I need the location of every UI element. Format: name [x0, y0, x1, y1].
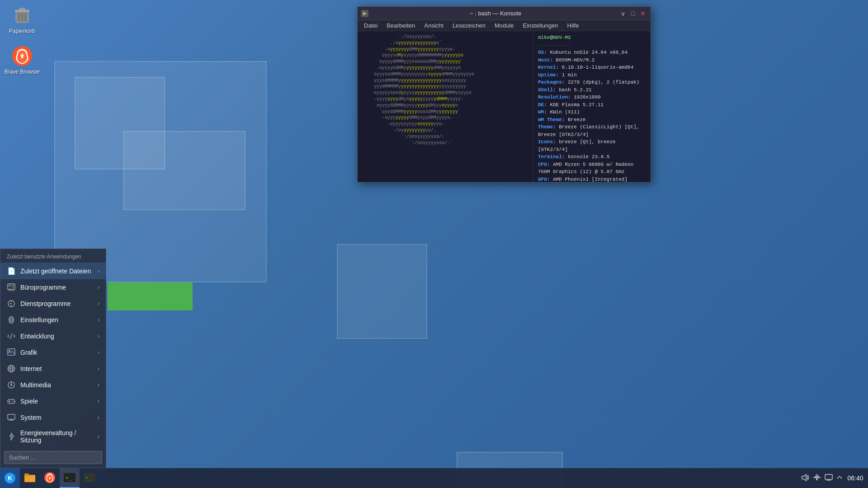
svg-rect-47	[815, 476, 819, 477]
svg-rect-52	[826, 480, 831, 481]
tray-expand-icon[interactable]	[836, 474, 843, 482]
brave-icon	[11, 45, 33, 67]
app-menu-header: Zuletzt benutzte Anwendungen	[0, 249, 106, 263]
bueroprogramme-arrow: ›	[98, 284, 99, 291]
menu-item-einstellungen[interactable]: Einstellungen ›	[0, 312, 106, 328]
terminal-sysinfo: mike@HDV-M2 ----------- OS: Kubuntu nobl…	[533, 31, 651, 182]
menu-item-dienstprogramme[interactable]: Dienstprogramme ›	[0, 296, 106, 312]
internet-label: Internet	[20, 365, 42, 372]
papierkorb-label: Papierkorb	[9, 28, 35, 34]
menu-item-bueroprogramme[interactable]: Büroprogramme ›	[0, 279, 106, 296]
taskbar: K	[0, 468, 868, 488]
system-arrow: ›	[98, 414, 99, 421]
volume-icon[interactable]	[801, 474, 809, 483]
terminal-menu-lesezeichen[interactable]: Lesezeichen	[448, 21, 490, 30]
taskbar-app-brave[interactable]	[40, 468, 60, 488]
taskbar-app-konsole2[interactable]: >_	[80, 468, 99, 488]
menu-item-entwicklung[interactable]: Entwicklung ›	[0, 328, 106, 344]
terminal-menu-ansicht[interactable]: Ansicht	[420, 21, 448, 30]
terminal-menu-module[interactable]: Module	[490, 21, 519, 30]
svg-point-15	[10, 319, 13, 321]
menu-item-spiele[interactable]: Spiele ›	[0, 393, 106, 409]
entwicklung-arrow: ›	[98, 333, 99, 339]
spiele-icon	[7, 397, 16, 406]
svg-point-25	[10, 384, 12, 386]
system-label: System	[20, 414, 42, 421]
desktop-icon-papierkorb[interactable]: Papierkorb	[4, 5, 40, 34]
terminal-menu-bearbeiten[interactable]: Bearbeiten	[382, 21, 420, 30]
menu-item-energieverwaltung[interactable]: Energieverwaltung / Sitzung ›	[0, 426, 106, 447]
taskbar-start-button[interactable]: K	[0, 468, 20, 488]
bueroprogramme-label: Büroprogramme	[20, 284, 66, 291]
taskbar-app-terminal[interactable]: >_	[60, 468, 80, 488]
terminal-window: ▶ ~ : bash — Konsole ∨ □ ✕ Datei Bearbei…	[357, 6, 651, 183]
terminal-menu-hilfe[interactable]: Hilfe	[563, 21, 584, 30]
window-maximize-btn[interactable]: □	[629, 9, 637, 18]
menu-item-recent-files[interactable]: 📄 Zuletzt geöffnete Dateien ›	[0, 263, 106, 279]
svg-rect-10	[12, 286, 14, 287]
svg-text:>_: >_	[66, 475, 72, 481]
app-menu-search[interactable]	[4, 451, 102, 464]
terminal-menu-datei[interactable]: Datei	[359, 21, 382, 30]
multimedia-icon	[7, 380, 16, 389]
einstellungen-label: Einstellungen	[20, 316, 58, 324]
window-close-btn[interactable]: ✕	[639, 9, 647, 18]
system-icon	[7, 413, 16, 422]
network-icon[interactable]	[813, 474, 821, 483]
desktop-icon-brave[interactable]: Brave Browser	[4, 45, 40, 75]
taskbar-apps: >_ >_	[20, 468, 99, 488]
svg-text:K: K	[8, 474, 12, 482]
energieverwaltung-arrow: ›	[98, 433, 99, 440]
svg-rect-35	[9, 420, 14, 421]
trash-icon	[11, 5, 33, 26]
svg-rect-9	[12, 285, 14, 286]
terminal-title-icon: ▶	[361, 10, 368, 17]
svg-rect-33	[9, 415, 14, 418]
svg-rect-39	[24, 474, 29, 476]
internet-icon	[7, 364, 16, 373]
svg-rect-50	[825, 474, 832, 479]
terminal-menubar: Datei Bearbeiten Ansicht Lesezeichen Mod…	[358, 20, 651, 31]
terminal-neofetch-art: `:/osyyyysso/: .:oyyyyyyyyyyyyyyo` -oyyy…	[358, 31, 533, 182]
svg-point-31	[13, 402, 14, 403]
taskbar-right: 06:40	[801, 474, 868, 483]
window-minimize-btn[interactable]: ∨	[619, 9, 627, 18]
taskbar-app-filemanager[interactable]	[20, 468, 40, 488]
recent-files-label: Zuletzt geöffnete Dateien	[20, 267, 91, 275]
recent-files-icon: 📄	[7, 267, 16, 276]
grafik-arrow: ›	[98, 349, 99, 356]
terminal-menu-einstellungen[interactable]: Einstellungen	[519, 21, 563, 30]
entwicklung-label: Entwicklung	[20, 333, 54, 340]
dienstprogramme-arrow: ›	[98, 300, 99, 307]
svg-rect-48	[816, 474, 818, 475]
recent-files-arrow: ›	[98, 268, 99, 274]
grafik-icon	[7, 348, 16, 357]
green-shape	[108, 282, 193, 310]
app-menu: Zuletzt benutzte Anwendungen 📄 Zuletzt g…	[0, 249, 106, 468]
svg-marker-45	[802, 474, 806, 481]
svg-rect-46	[813, 477, 821, 478]
menu-item-grafik[interactable]: Grafik ›	[0, 344, 106, 361]
svg-rect-11	[8, 290, 15, 291]
svg-point-18	[9, 350, 10, 352]
svg-text:>_: >_	[85, 475, 91, 481]
energieverwaltung-label: Energieverwaltung / Sitzung	[20, 429, 98, 444]
display-icon[interactable]	[825, 474, 833, 483]
spiele-arrow: ›	[98, 398, 99, 404]
einstellungen-arrow: ›	[98, 317, 99, 323]
bueroprogramme-icon	[7, 283, 16, 292]
window-controls: ∨ □ ✕	[619, 9, 647, 18]
svg-line-16	[10, 333, 12, 339]
grafik-label: Grafik	[20, 349, 37, 356]
menu-item-internet[interactable]: Internet ›	[0, 361, 106, 377]
taskbar-time[interactable]: 06:40	[846, 474, 864, 482]
svg-rect-8	[9, 285, 11, 286]
multimedia-arrow: ›	[98, 382, 99, 388]
menu-item-multimedia[interactable]: Multimedia ›	[0, 377, 106, 393]
internet-arrow: ›	[98, 366, 99, 372]
energieverwaltung-icon	[7, 432, 16, 441]
menu-item-system[interactable]: System ›	[0, 409, 106, 426]
dienstprogramme-icon	[7, 299, 16, 308]
svg-rect-2	[19, 8, 25, 10]
entwicklung-icon	[7, 332, 16, 341]
